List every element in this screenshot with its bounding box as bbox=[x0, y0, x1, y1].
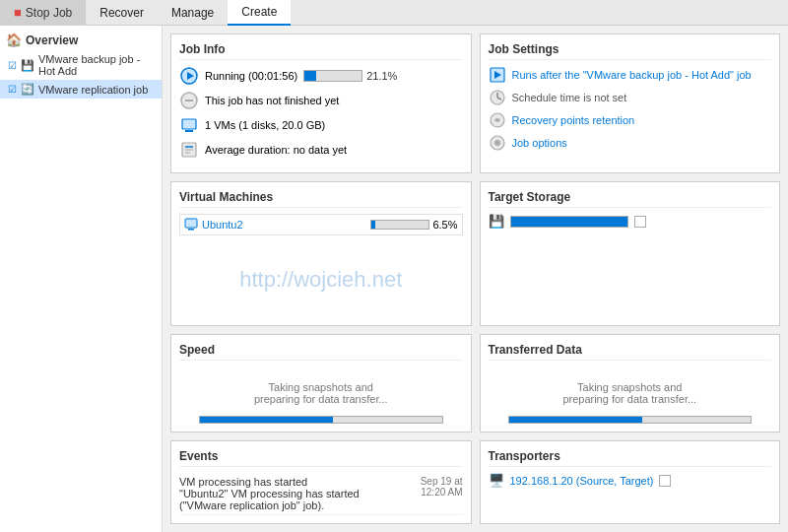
target-storage-panel: Target Storage 💾 bbox=[480, 181, 781, 326]
svg-rect-4 bbox=[182, 119, 196, 129]
storage-row: 💾 bbox=[489, 214, 772, 229]
content-area: Job Info Running (00:01:56) 21.1% bbox=[163, 26, 788, 532]
virtual-machines-panel: Virtual Machines Ubuntu2 6.5% http://wo bbox=[170, 181, 472, 326]
events-title: Events bbox=[179, 449, 463, 467]
not-finished-icon bbox=[179, 91, 199, 110]
avg-duration-icon bbox=[179, 140, 199, 160]
transferred-data-title: Transferred Data bbox=[489, 343, 772, 361]
schedule-icon bbox=[489, 89, 506, 106]
transporter-row-0: 🖥️ 192.168.1.20 (Source, Target) bbox=[489, 473, 772, 488]
vms-icon bbox=[179, 115, 199, 135]
job-settings-panel: Job Settings Runs after the "VMware back… bbox=[480, 33, 781, 173]
job-options-link[interactable]: Job options bbox=[512, 137, 567, 149]
sidebar-item-backup-job[interactable]: ☑ 💾 VMware backup job - Hot Add bbox=[0, 50, 162, 80]
vm-progress: 6.5% bbox=[370, 219, 457, 231]
main-layout: 🏠 Overview ☑ 💾 VMware backup job - Hot A… bbox=[0, 26, 788, 532]
vm-icon bbox=[184, 218, 198, 232]
overview-icon: 🏠 bbox=[6, 33, 22, 47]
transporter-address-link[interactable]: 192.168.1.20 (Source, Target) bbox=[510, 475, 654, 487]
transferred-progress-bar bbox=[508, 416, 753, 424]
speed-progress-bar bbox=[199, 416, 443, 424]
runs-after-link[interactable]: Runs after the "VMware backup job - Hot … bbox=[512, 69, 752, 81]
speed-message: Taking snapshots and preparing for data … bbox=[179, 366, 463, 410]
job-options-icon bbox=[489, 134, 506, 152]
events-panel: Events VM processing has started "Ubuntu… bbox=[170, 440, 472, 524]
manage-button[interactable]: Manage bbox=[158, 0, 228, 26]
job-avg-duration-row: Average duration: no data yet bbox=[179, 140, 463, 160]
vm-name: Ubuntu2 bbox=[184, 218, 243, 232]
virtual-machines-title: Virtual Machines bbox=[179, 190, 463, 208]
transporters-panel: Transporters 🖥️ 192.168.1.20 (Source, Ta… bbox=[480, 440, 781, 524]
stop-job-button[interactable]: ■ Stop Job bbox=[0, 0, 86, 26]
sidebar: 🏠 Overview ☑ 💾 VMware backup job - Hot A… bbox=[0, 26, 163, 532]
watermark: http://wojcieh.net bbox=[179, 237, 463, 322]
recovery-points-link[interactable]: Recovery points retention bbox=[512, 114, 635, 126]
job-info-panel: Job Info Running (00:01:56) 21.1% bbox=[170, 33, 472, 173]
transferred-data-panel: Transferred Data Taking snapshots and pr… bbox=[480, 334, 781, 432]
transporter-icon: 🖥️ bbox=[489, 473, 504, 488]
recovery-points-row: Recovery points retention bbox=[489, 111, 772, 129]
storage-checkbox[interactable] bbox=[634, 216, 646, 228]
stop-icon: ■ bbox=[14, 5, 22, 20]
running-icon bbox=[179, 66, 199, 86]
event-row-0: VM processing has started "Ubuntu2" VM p… bbox=[179, 473, 463, 515]
event-time: Sep 19 at 12:20 AM bbox=[421, 476, 463, 498]
job-info-title: Job Info bbox=[179, 42, 463, 60]
create-button[interactable]: Create bbox=[228, 0, 291, 26]
svg-rect-19 bbox=[188, 229, 194, 231]
backup-job-icon: 💾 bbox=[21, 59, 34, 72]
job-progress-bar: 21.1% bbox=[303, 70, 397, 82]
vm-row-ubuntu2: Ubuntu2 6.5% bbox=[179, 214, 463, 235]
target-storage-title: Target Storage bbox=[489, 190, 772, 208]
check-icon-backup: ☑ bbox=[8, 60, 17, 71]
speed-title: Speed bbox=[179, 343, 463, 361]
job-vms-row: 1 VMs (1 disks, 20.0 GB) bbox=[179, 115, 463, 135]
sidebar-header: 🏠 Overview bbox=[0, 30, 162, 50]
runs-after-row: Runs after the "VMware backup job - Hot … bbox=[489, 66, 772, 84]
transferred-message: Taking snapshots and preparing for data … bbox=[489, 366, 772, 410]
schedule-row: Schedule time is not set bbox=[489, 89, 772, 106]
storage-icon: 💾 bbox=[489, 214, 504, 229]
recover-button[interactable]: Recover bbox=[86, 0, 158, 26]
replication-job-icon: 🔄 bbox=[21, 83, 34, 96]
recovery-points-icon bbox=[489, 111, 506, 129]
transporter-checkbox[interactable] bbox=[659, 475, 671, 487]
speed-panel: Speed Taking snapshots and preparing for… bbox=[170, 334, 472, 432]
svg-rect-18 bbox=[185, 219, 197, 228]
check-icon-replication: ☑ bbox=[8, 84, 17, 95]
transporters-title: Transporters bbox=[489, 449, 772, 467]
job-settings-title: Job Settings bbox=[489, 42, 772, 60]
sidebar-item-replication-job[interactable]: ☑ 🔄 VMware replication job bbox=[0, 80, 162, 99]
event-text: VM processing has started "Ubuntu2" VM p… bbox=[179, 476, 360, 511]
storage-bar bbox=[510, 216, 628, 228]
toolbar: ■ Stop Job Recover Manage Create bbox=[0, 0, 788, 26]
svg-rect-5 bbox=[185, 130, 193, 132]
runs-after-icon bbox=[489, 66, 506, 84]
job-running-row: Running (00:01:56) 21.1% bbox=[179, 66, 463, 86]
job-options-row: Job options bbox=[489, 134, 772, 152]
job-not-finished-row: This job has not finished yet bbox=[179, 91, 463, 110]
svg-point-17 bbox=[494, 140, 500, 146]
